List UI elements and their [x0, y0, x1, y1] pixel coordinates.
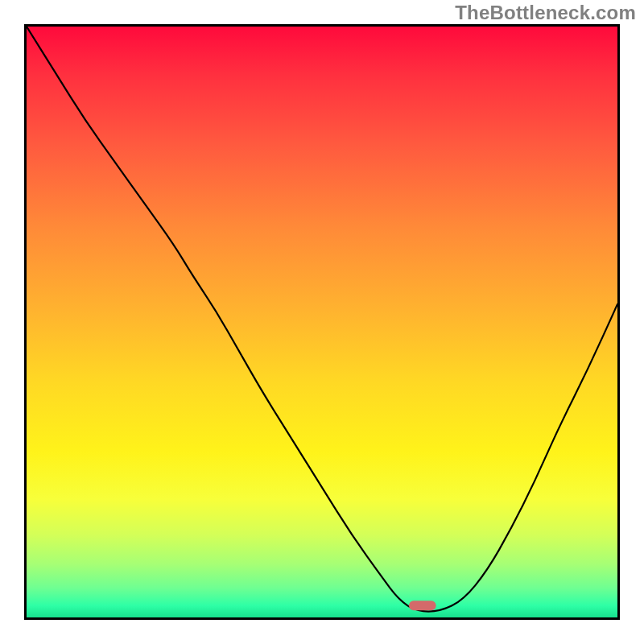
watermark-label: TheBottleneck.com: [455, 2, 636, 24]
plot-area: [24, 24, 620, 620]
optimal-point-marker: [409, 601, 436, 610]
bottleneck-chart: TheBottleneck.com: [0, 0, 644, 644]
curve-layer: [27, 27, 617, 617]
bottleneck-curve: [27, 27, 617, 612]
